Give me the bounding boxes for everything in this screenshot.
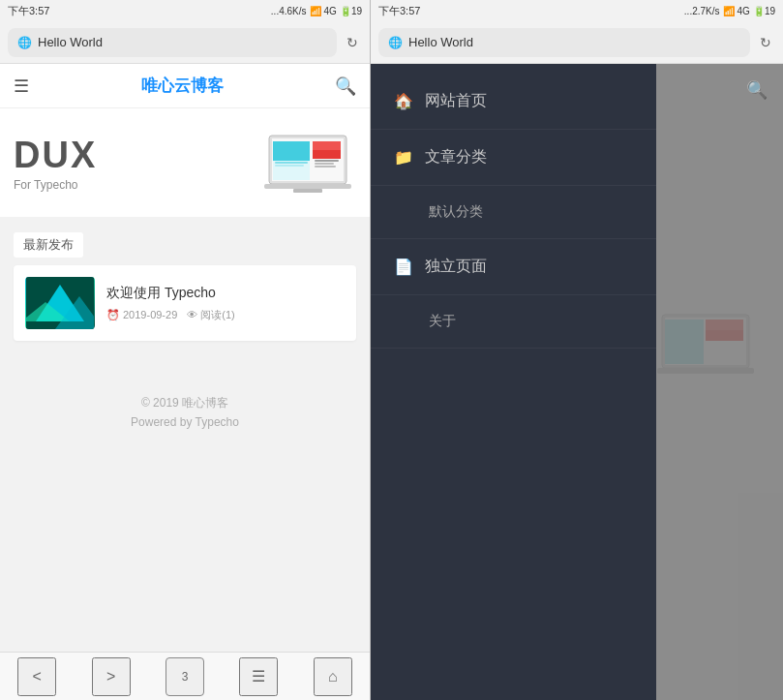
nav-menu-overlay: 🏠 网站首页 📁 文章分类 默认分类 📄 独立页面 关于 bbox=[371, 64, 656, 700]
address-bar-right[interactable]: 🌐 Hello World bbox=[378, 28, 750, 57]
hero-text: DUX For Typecho bbox=[14, 135, 97, 192]
home-menu-icon: 🏠 bbox=[394, 92, 413, 110]
eye-icon: 👁 bbox=[187, 309, 197, 320]
reload-button-left[interactable]: ↻ bbox=[343, 33, 362, 52]
menu-item-about[interactable]: 关于 bbox=[371, 295, 656, 349]
hero-image bbox=[259, 128, 356, 198]
post-meta: ⏰ 2019-09-29 👁 阅读(1) bbox=[106, 308, 345, 322]
default-category-label: 默认分类 bbox=[429, 203, 483, 221]
address-bar-left[interactable]: 🌐 Hello World bbox=[8, 28, 337, 57]
dim-search-icon[interactable]: 🔍 bbox=[746, 79, 768, 101]
globe-icon-right: 🌐 bbox=[388, 36, 403, 49]
left-phone: 下午3:57 ...4.6K/s 📶 4G 🔋19 🌐 Hello World … bbox=[0, 0, 371, 700]
clock-icon: ⏰ bbox=[106, 309, 120, 321]
forward-button[interactable]: > bbox=[92, 657, 131, 696]
menu-item-category[interactable]: 📁 文章分类 bbox=[371, 130, 656, 186]
footer-copyright: © 2019 唯心博客 bbox=[14, 393, 356, 412]
network-speed-right: ...2.7K/s bbox=[684, 6, 720, 16]
svg-rect-6 bbox=[315, 163, 334, 165]
latest-section: 最新发布 欢迎使用 Typecho ⏰ 20 bbox=[0, 223, 370, 354]
bottom-nav: < > 3 ☰ ⌂ bbox=[0, 652, 370, 700]
network-type-left: 4G bbox=[324, 6, 337, 16]
post-info: 欢迎使用 Typecho ⏰ 2019-09-29 👁 阅读(1) bbox=[106, 285, 345, 322]
dim-search-area: 🔍 bbox=[672, 79, 768, 101]
hero-subtitle: For Typecho bbox=[14, 178, 97, 192]
post-date: ⏰ 2019-09-29 bbox=[106, 309, 177, 321]
page-number-button[interactable]: 3 bbox=[166, 657, 204, 696]
home-menu-label: 网站首页 bbox=[425, 91, 487, 111]
svg-rect-11 bbox=[275, 165, 304, 167]
page-title-left: Hello World bbox=[38, 35, 103, 49]
right-phone: 下午3:57 ...2.7K/s 📶 4G 🔋19 🌐 Hello World … bbox=[371, 0, 783, 700]
site-title: 唯心云博客 bbox=[141, 75, 224, 97]
svg-rect-7 bbox=[315, 166, 336, 167]
svg-rect-9 bbox=[273, 141, 310, 161]
post-thumbnail bbox=[25, 277, 95, 329]
dim-overlay[interactable]: 🔍 bbox=[656, 64, 783, 700]
svg-rect-12 bbox=[264, 184, 351, 189]
signal-left: 📶 bbox=[310, 6, 321, 16]
svg-rect-10 bbox=[275, 162, 308, 164]
browser-bar-right: 🌐 Hello World ↻ bbox=[371, 21, 783, 64]
hamburger-icon[interactable]: ☰ bbox=[14, 76, 29, 97]
category-menu-label: 文章分类 bbox=[425, 147, 487, 167]
post-card[interactable]: 欢迎使用 Typecho ⏰ 2019-09-29 👁 阅读(1) bbox=[14, 265, 356, 341]
latest-label: 最新发布 bbox=[14, 232, 83, 258]
page-menu-icon: 📄 bbox=[394, 258, 413, 276]
footer-powered: Powered by Typecho bbox=[14, 412, 356, 432]
browser-bar-left: 🌐 Hello World ↻ bbox=[0, 21, 370, 64]
signal-right: 📶 bbox=[723, 6, 735, 16]
home-button[interactable]: ⌂ bbox=[314, 657, 352, 696]
reload-button-right[interactable]: ↻ bbox=[756, 33, 775, 52]
hero-section: DUX For Typecho bbox=[0, 108, 370, 223]
about-menu-label: 关于 bbox=[429, 313, 456, 330]
status-indicators-right: ...2.7K/s 📶 4G 🔋19 bbox=[684, 6, 775, 16]
app-header: ☰ 唯心云博客 🔍 bbox=[0, 64, 370, 108]
menu-item-default-category[interactable]: 默认分类 bbox=[371, 186, 656, 239]
svg-rect-5 bbox=[315, 160, 339, 162]
page-title-right: Hello World bbox=[408, 35, 473, 49]
pages-menu-label: 独立页面 bbox=[425, 257, 487, 277]
network-speed-left: ...4.6K/s bbox=[271, 6, 307, 16]
time-left: 下午3:57 bbox=[8, 4, 49, 18]
back-button[interactable]: < bbox=[17, 657, 56, 696]
battery-right: 🔋19 bbox=[753, 6, 775, 16]
time-right: 下午3:57 bbox=[378, 4, 420, 18]
menu-button[interactable]: ☰ bbox=[239, 657, 278, 696]
right-main-area: 🏠 网站首页 📁 文章分类 默认分类 📄 独立页面 关于 bbox=[371, 64, 783, 700]
svg-rect-4 bbox=[313, 141, 341, 150]
site-footer: © 2019 唯心博客 Powered by Typecho bbox=[0, 354, 370, 652]
svg-rect-13 bbox=[293, 189, 322, 193]
post-views: 👁 阅读(1) bbox=[187, 308, 234, 322]
search-button[interactable]: 🔍 bbox=[335, 76, 356, 97]
status-bar-right: 下午3:57 ...2.7K/s 📶 4G 🔋19 bbox=[371, 0, 783, 21]
battery-left: 🔋19 bbox=[340, 6, 362, 16]
post-title: 欢迎使用 Typecho bbox=[106, 285, 345, 302]
category-menu-icon: 📁 bbox=[394, 148, 413, 167]
menu-item-pages[interactable]: 📄 独立页面 bbox=[371, 239, 656, 295]
globe-icon-left: 🌐 bbox=[17, 36, 32, 49]
status-indicators-left: ...4.6K/s 📶 4G 🔋19 bbox=[271, 6, 362, 16]
network-type-right: 4G bbox=[738, 6, 750, 16]
hero-logo: DUX bbox=[14, 135, 97, 176]
status-bar-left: 下午3:57 ...4.6K/s 📶 4G 🔋19 bbox=[0, 0, 370, 21]
menu-item-home[interactable]: 🏠 网站首页 bbox=[371, 74, 656, 130]
